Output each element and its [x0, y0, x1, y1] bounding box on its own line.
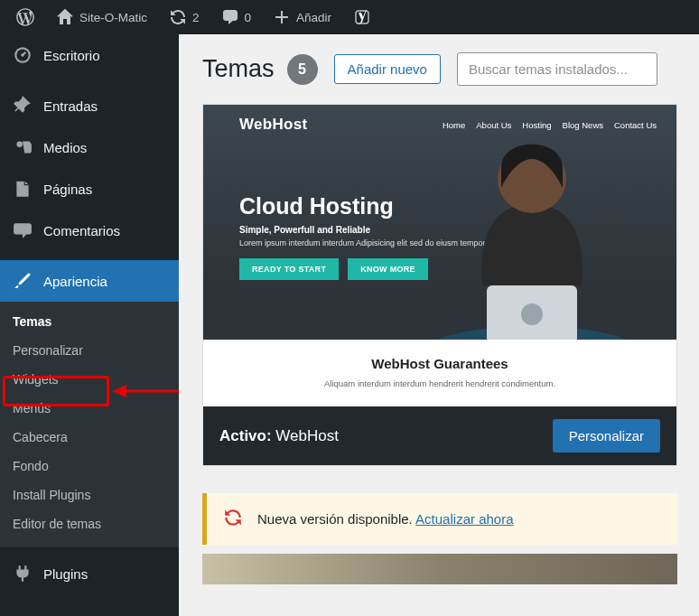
submenu-item-theme-editor[interactable]: Editor de temas [0, 509, 179, 538]
plus-icon [273, 8, 291, 26]
media-icon [13, 137, 33, 157]
customize-button[interactable]: Personalizar [553, 419, 660, 453]
update-icon [169, 8, 187, 26]
theme-card-partial[interactable] [202, 554, 677, 584]
site-name: Site-O-Matic [79, 11, 147, 24]
admin-sidebar: Escritorio Entradas Medios Páginas Comen… [0, 34, 179, 616]
appearance-submenu: Temas Personalizar Widgets Menús Cabecer… [0, 302, 179, 547]
submenu-label: Cabecera [13, 430, 68, 444]
submenu-item-menus[interactable]: Menús [0, 394, 179, 423]
sidebar-item-media[interactable]: Medios [0, 126, 179, 168]
submenu-item-themes[interactable]: Temas [0, 307, 179, 336]
site-name-link[interactable]: Site-O-Matic [47, 0, 156, 34]
dashboard-icon [13, 45, 33, 65]
svg-point-2 [21, 53, 24, 57]
preview-logo: WebHost [239, 116, 307, 134]
page-header: Temas 5 Añadir nuevo [202, 52, 699, 86]
preview-guarantees-sub: Aliquam interdum interdum hendrerit hend… [203, 378, 676, 388]
active-label: Activo: [219, 427, 272, 444]
preview-cta-button: READY TO START [239, 258, 339, 280]
sidebar-item-pages[interactable]: Páginas [0, 168, 179, 210]
yoast-icon [353, 8, 371, 26]
preview-guarantees-title: WebHost Guarantees [203, 356, 676, 371]
page-icon [13, 179, 33, 199]
sidebar-item-dashboard[interactable]: Escritorio [0, 34, 179, 76]
notice-message: Nueva versión disponible. [257, 511, 415, 527]
page-title: Temas [202, 55, 275, 83]
submenu-item-widgets[interactable]: Widgets [0, 365, 179, 394]
preview-guarantees: WebHost Guarantees Aliquam interdum inte… [203, 340, 676, 406]
wp-logo[interactable] [7, 0, 43, 34]
content-area: Temas 5 Añadir nuevo WebHost Home About … [179, 34, 699, 616]
submenu-label: Menús [13, 401, 51, 415]
updates-count: 2 [192, 11, 200, 24]
update-notice: Nueva versión disponible. Actualizar aho… [202, 493, 677, 545]
comments-link[interactable]: 0 [212, 0, 261, 34]
sidebar-item-label: Apariencia [43, 274, 107, 289]
preview-person-image [415, 105, 649, 354]
submenu-label: Personalizar [13, 343, 83, 358]
plugin-icon [13, 564, 33, 583]
sidebar-item-label: Escritorio [43, 48, 100, 63]
theme-name: Activo: WebHost [219, 427, 339, 445]
submenu-item-customize[interactable]: Personalizar [0, 336, 179, 365]
update-now-link[interactable]: Actualizar ahora [415, 511, 513, 527]
svg-point-3 [16, 141, 23, 147]
theme-name-value: WebHost [275, 427, 339, 444]
sidebar-item-label: Comentarios [43, 223, 120, 238]
sidebar-item-label: Entradas [43, 98, 98, 114]
add-label: Añadir [296, 11, 331, 24]
sidebar-item-label: Páginas [43, 182, 92, 197]
submenu-label: Temas [13, 314, 51, 329]
add-new-link[interactable]: Añadir [264, 0, 340, 34]
theme-screenshot: WebHost Home About Us Hosting Blog News … [203, 105, 676, 406]
home-icon [56, 8, 74, 26]
submenu-label: Editor de temas [13, 517, 101, 531]
comment-icon [221, 8, 239, 26]
notice-text: Nueva versión disponible. Actualizar aho… [257, 511, 514, 527]
sidebar-item-label: Medios [43, 140, 87, 155]
sidebar-item-label: Plugins [43, 566, 88, 582]
themes-count-badge: 5 [287, 54, 318, 85]
comments-count: 0 [245, 11, 252, 24]
sidebar-item-comments[interactable]: Comentarios [0, 210, 179, 251]
search-themes-input[interactable] [457, 52, 657, 86]
submenu-label: Fondo [13, 459, 49, 473]
sidebar-item-plugins[interactable]: Plugins [0, 553, 179, 594]
svg-point-8 [521, 303, 543, 325]
pin-icon [13, 96, 33, 116]
submenu-item-header[interactable]: Cabecera [0, 423, 179, 452]
submenu-item-install-plugins[interactable]: Install Plugins [0, 481, 179, 509]
update-icon [223, 508, 243, 530]
brush-icon [13, 271, 33, 291]
wordpress-icon [16, 8, 34, 26]
theme-card-active[interactable]: WebHost Home About Us Hosting Blog News … [202, 104, 677, 466]
updates-link[interactable]: 2 [160, 0, 209, 34]
add-theme-button[interactable]: Añadir nuevo [334, 54, 441, 84]
sidebar-item-posts[interactable]: Entradas [0, 85, 179, 126]
theme-action-bar: Activo: WebHost Personalizar [203, 406, 676, 465]
submenu-label: Widgets [13, 372, 59, 387]
submenu-item-background[interactable]: Fondo [0, 452, 179, 481]
sidebar-item-appearance[interactable]: Apariencia [0, 260, 179, 302]
comments-icon [13, 220, 33, 240]
submenu-label: Install Plugins [13, 488, 90, 502]
yoast-link[interactable] [344, 0, 380, 34]
admin-bar: Site-O-Matic 2 0 Añadir [0, 0, 699, 34]
